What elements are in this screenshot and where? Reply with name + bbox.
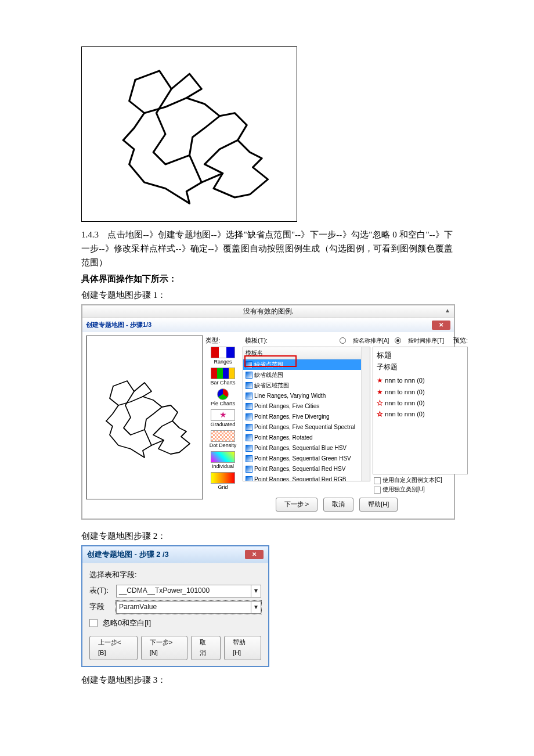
radio-sort-time[interactable] xyxy=(395,337,401,344)
chevron-down-icon[interactable]: ▾ xyxy=(251,585,261,597)
instruction-text: 1.4.3 点击地图--》创建专题地图--》选择"缺省点范围"--》下一步--》… xyxy=(81,228,453,269)
type-individual-icon[interactable] xyxy=(211,451,235,463)
map-outline-icon xyxy=(92,344,197,491)
table-combo[interactable]: __CDMA__TxPower_101000 ▾ xyxy=(116,585,261,597)
preview-column: 标题 子标题 ★ nnn to nnn (0) ★ nnn to nnn (0)… xyxy=(373,347,468,474)
help-button[interactable]: 帮助[H] xyxy=(359,498,398,512)
collapse-icon[interactable]: ▲ xyxy=(445,306,450,315)
list-item: Line Ranges, Varying Width xyxy=(243,391,370,401)
template-label: 模板(T): xyxy=(245,336,268,346)
type-dotdensity-icon[interactable] xyxy=(211,430,235,442)
list-item: Point Ranges, Sequential Red RGB xyxy=(243,474,370,481)
swatch-icon xyxy=(246,361,252,368)
next-button[interactable]: 下一步>[N] xyxy=(141,636,187,660)
template-list-header: 模板名 xyxy=(243,347,370,359)
scrollbar[interactable] xyxy=(361,347,370,481)
swatch-icon xyxy=(246,434,252,441)
list-item: Point Ranges, Sequential Green HSV xyxy=(243,453,370,464)
dialog1-title: 创建专题地图 - 步骤1/3 xyxy=(86,320,151,330)
star-outline-icon: ★ xyxy=(377,399,383,407)
select-table-field-label: 选择表和字段: xyxy=(89,569,261,581)
list-item: Point Ranges, Five Cities xyxy=(243,401,370,412)
preview-label: 预览: xyxy=(453,336,468,346)
close-icon[interactable]: ✕ xyxy=(432,321,450,330)
bold-heading: 具体界面操作如下所示： xyxy=(81,272,453,286)
swatch-icon xyxy=(246,382,252,389)
swatch-icon xyxy=(246,466,252,473)
ignore-label: 忽略0和空白[I] xyxy=(103,617,151,629)
step3-label: 创建专题地图步骤 3： xyxy=(81,673,453,687)
star-icon: ★ xyxy=(377,388,383,396)
checkbox-unique-cat[interactable] xyxy=(374,487,381,494)
list-item: Point Ranges, Sequential Red HSV xyxy=(243,464,370,474)
list-item: Point Ranges, Five Diverging xyxy=(243,412,370,422)
swatch-icon xyxy=(246,476,252,481)
swatch-icon xyxy=(246,393,252,399)
type-barcharts-icon[interactable] xyxy=(211,368,235,379)
preview-subtitle: 子标题 xyxy=(377,362,464,373)
swatch-icon xyxy=(246,372,252,379)
checkbox-custom-legend[interactable] xyxy=(374,477,381,484)
swatch-icon xyxy=(246,413,252,420)
dialog-step2: 创建专题地图 - 步骤 2 /3 ✕ 选择表和字段: 表(T): __CDMA_… xyxy=(81,545,269,667)
cancel-button[interactable]: 取消 xyxy=(191,636,221,660)
legend-bar: 没有有效的图例. ▲ xyxy=(82,305,454,318)
star-icon: ★ xyxy=(377,376,383,384)
list-item: 缺省线范围 xyxy=(243,370,370,380)
map-preview-cell xyxy=(86,336,203,499)
list-item: Point Ranges, Sequential Blue HSV xyxy=(243,443,370,453)
template-list[interactable]: 模板名 缺省点范围 缺省线范围 缺省区域范围 Line Ranges, Vary… xyxy=(243,347,370,481)
legend-text: 没有有效的图例. xyxy=(243,307,294,315)
close-icon[interactable]: ✕ xyxy=(245,550,264,559)
type-ranges-icon[interactable] xyxy=(211,347,235,358)
type-piecharts-icon[interactable] xyxy=(217,388,229,400)
list-item: 缺省区域范围 xyxy=(243,380,370,391)
dialog2-title: 创建专题地图 - 步骤 2 /3 xyxy=(87,549,169,561)
table-label: 表(T): xyxy=(89,585,113,597)
types-column: Ranges Bar Charts Pie Charts ★Graduated … xyxy=(205,347,240,494)
field-combo[interactable]: ParamValue ▾ xyxy=(116,601,261,614)
step1-label: 创建专题地图步骤 1： xyxy=(81,288,453,302)
radio-sort-name[interactable] xyxy=(340,337,346,344)
field-label: 字段 xyxy=(89,601,113,613)
next-button[interactable]: 下一步 > xyxy=(276,498,317,512)
checkbox-ignore-zero[interactable] xyxy=(89,619,98,627)
map-outline-icon xyxy=(93,56,286,213)
back-button[interactable]: 上一步< [B] xyxy=(89,636,138,660)
sort-name-label: 按名称排序[A] xyxy=(353,336,389,345)
dialog1-titlebar: 创建专题地图 - 步骤1/3 ✕ xyxy=(82,318,454,332)
dialog2-titlebar: 创建专题地图 - 步骤 2 /3 ✕ xyxy=(82,546,268,563)
swatch-icon xyxy=(246,455,252,462)
swatch-icon xyxy=(246,403,252,410)
list-item: Point Ranges, Five Sequential Spectral xyxy=(243,422,370,433)
star-outline-icon: ☆ xyxy=(377,410,383,418)
preview-title: 标题 xyxy=(377,350,464,362)
swatch-icon xyxy=(246,445,252,452)
swatch-icon xyxy=(246,424,252,431)
type-grid-icon[interactable] xyxy=(211,472,235,484)
help-button[interactable]: 帮助[H] xyxy=(224,636,261,660)
sort-time-label: 按时间排序[T] xyxy=(408,336,444,345)
type-graduated-icon[interactable]: ★ xyxy=(211,409,235,421)
dialog-step1: 没有有效的图例. ▲ 创建专题地图 - 步骤1/3 ✕ xyxy=(81,304,455,520)
map-figure-1 xyxy=(81,46,297,222)
step2-label: 创建专题地图步骤 2： xyxy=(81,529,453,543)
chevron-down-icon[interactable]: ▾ xyxy=(251,602,261,613)
list-item: 缺省点范围 xyxy=(243,359,370,370)
type-label: 类型: xyxy=(205,336,239,346)
cancel-button[interactable]: 取消 xyxy=(323,498,353,512)
list-item: Point Ranges, Rotated xyxy=(243,433,370,443)
